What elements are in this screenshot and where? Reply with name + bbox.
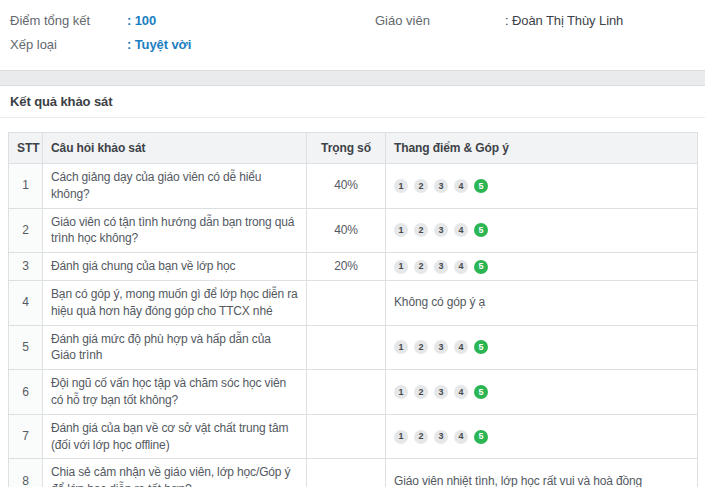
rating-pill-3: 3 bbox=[434, 340, 448, 354]
row-stt: 6 bbox=[9, 370, 43, 415]
table-row: 6Đội ngũ cố vấn học tập và chăm sóc học … bbox=[9, 370, 698, 415]
row-stt: 7 bbox=[9, 414, 43, 459]
row-weight: 40% bbox=[307, 208, 386, 253]
row-question: Đánh giá của bạn về cơ sở vật chất trung… bbox=[43, 414, 307, 459]
row-question: Bạn có góp ý, mong muốn gì để lớp học di… bbox=[43, 280, 307, 325]
row-answer: 12345 bbox=[386, 164, 698, 209]
divider-band bbox=[0, 70, 705, 86]
rating-pill-5-selected: 5 bbox=[474, 179, 488, 193]
row-question: Chia sẻ cảm nhận về giáo viên, lớp học/G… bbox=[43, 459, 307, 487]
rating-pill-4: 4 bbox=[454, 340, 468, 354]
survey-table: STT Câu hỏi khảo sát Trọng số Thang điểm… bbox=[8, 132, 698, 487]
rating-pill-4: 4 bbox=[454, 260, 468, 274]
total-score-field: Điểm tổng kết : 100 bbox=[10, 8, 352, 32]
rating-pill-1: 1 bbox=[394, 385, 408, 399]
row-weight bbox=[307, 370, 386, 415]
row-weight bbox=[307, 325, 386, 370]
table-row: 4Bạn có góp ý, mong muốn gì để lớp học d… bbox=[9, 280, 698, 325]
survey-result-page: Điểm tổng kết : 100 Xếp loại : Tuyệt vời… bbox=[0, 0, 705, 487]
rating-pill-3: 3 bbox=[434, 430, 448, 444]
rating-pill-1: 1 bbox=[394, 260, 408, 274]
table-row: 7Đánh giá của bạn về cơ sở vật chất trun… bbox=[9, 414, 698, 459]
col-header-stt: STT bbox=[9, 133, 43, 164]
survey-table-wrap: STT Câu hỏi khảo sát Trọng số Thang điểm… bbox=[0, 118, 705, 487]
row-answer: 12345 bbox=[386, 253, 698, 281]
table-row: 5Đánh giá mức độ phù hợp và hấp dẫn của … bbox=[9, 325, 698, 370]
col-header-answer: Thang điểm & Góp ý bbox=[386, 133, 698, 164]
row-stt: 8 bbox=[9, 459, 43, 487]
table-row: 8Chia sẻ cảm nhận về giáo viên, lớp học/… bbox=[9, 459, 698, 487]
rating-pill-5-selected: 5 bbox=[474, 385, 488, 399]
section-header: Kết quả khảo sát bbox=[0, 86, 705, 118]
table-row: 2Giáo viên có tận tình hướng dẫn bạn tro… bbox=[9, 208, 698, 253]
rating-scale: 12345 bbox=[394, 223, 689, 237]
rating-pill-2: 2 bbox=[414, 385, 428, 399]
rating-pill-3: 3 bbox=[434, 179, 448, 193]
row-weight bbox=[307, 459, 386, 487]
rank-label: Xếp loại bbox=[10, 37, 127, 52]
summary-right-column: Giáo viên : Đoàn Thị Thùy Linh bbox=[352, 8, 705, 70]
rating-pill-5-selected: 5 bbox=[474, 430, 488, 444]
row-stt: 2 bbox=[9, 208, 43, 253]
row-stt: 4 bbox=[9, 280, 43, 325]
row-weight bbox=[307, 414, 386, 459]
rating-pill-3: 3 bbox=[434, 223, 448, 237]
rating-pill-5-selected: 5 bbox=[474, 223, 488, 237]
rating-scale: 12345 bbox=[394, 260, 689, 274]
row-answer: 12345 bbox=[386, 414, 698, 459]
rating-pill-1: 1 bbox=[394, 340, 408, 354]
row-answer: Không có góp ý ạ bbox=[386, 280, 698, 325]
rating-pill-2: 2 bbox=[414, 179, 428, 193]
total-score-label: Điểm tổng kết bbox=[10, 13, 127, 28]
teacher-label: Giáo viên bbox=[375, 13, 505, 28]
rating-pill-4: 4 bbox=[454, 179, 468, 193]
summary-left-column: Điểm tổng kết : 100 Xếp loại : Tuyệt vời bbox=[0, 8, 352, 70]
total-score-value: : 100 bbox=[127, 13, 156, 28]
row-question: Đánh giá chung của bạn về lớp học bbox=[43, 253, 307, 281]
row-answer: Giáo viên nhiệt tình, lớp học rất vui và… bbox=[386, 459, 698, 487]
rating-pill-1: 1 bbox=[394, 430, 408, 444]
teacher-field: Giáo viên : Đoàn Thị Thùy Linh bbox=[375, 8, 705, 32]
row-stt: 1 bbox=[9, 164, 43, 209]
row-answer: 12345 bbox=[386, 325, 698, 370]
table-row: 3Đánh giá chung của bạn về lớp học20%123… bbox=[9, 253, 698, 281]
row-question: Đội ngũ cố vấn học tập và chăm sóc học v… bbox=[43, 370, 307, 415]
rating-pill-5-selected: 5 bbox=[474, 340, 488, 354]
rating-scale: 12345 bbox=[394, 430, 689, 444]
row-weight: 40% bbox=[307, 164, 386, 209]
row-question: Giáo viên có tận tình hướng dẫn bạn tron… bbox=[43, 208, 307, 253]
table-header-row: STT Câu hỏi khảo sát Trọng số Thang điểm… bbox=[9, 133, 698, 164]
row-weight: 20% bbox=[307, 253, 386, 281]
rating-pill-4: 4 bbox=[454, 223, 468, 237]
rating-pill-3: 3 bbox=[434, 385, 448, 399]
row-question: Đánh giá mức độ phù hợp và hấp dẫn của G… bbox=[43, 325, 307, 370]
rank-field: Xếp loại : Tuyệt vời bbox=[10, 32, 352, 56]
col-header-question: Câu hỏi khảo sát bbox=[43, 133, 307, 164]
section-title: Kết quả khảo sát bbox=[10, 94, 112, 109]
rating-scale: 12345 bbox=[394, 385, 689, 399]
rank-value: : Tuyệt vời bbox=[127, 37, 191, 52]
survey-table-body: 1Cách giảng dạy của giáo viên có dễ hiểu… bbox=[9, 164, 698, 487]
table-row: 1Cách giảng dạy của giáo viên có dễ hiểu… bbox=[9, 164, 698, 209]
rating-pill-4: 4 bbox=[454, 430, 468, 444]
rating-pill-2: 2 bbox=[414, 430, 428, 444]
teacher-value: : Đoàn Thị Thùy Linh bbox=[505, 13, 623, 28]
rating-scale: 12345 bbox=[394, 340, 689, 354]
row-stt: 5 bbox=[9, 325, 43, 370]
rating-pill-4: 4 bbox=[454, 385, 468, 399]
rating-pill-2: 2 bbox=[414, 260, 428, 274]
col-header-weight: Trọng số bbox=[307, 133, 386, 164]
rating-pill-5-selected: 5 bbox=[474, 260, 488, 274]
rating-pill-2: 2 bbox=[414, 340, 428, 354]
rating-pill-3: 3 bbox=[434, 260, 448, 274]
rating-pill-2: 2 bbox=[414, 223, 428, 237]
summary-section: Điểm tổng kết : 100 Xếp loại : Tuyệt vời… bbox=[0, 0, 705, 70]
rating-pill-1: 1 bbox=[394, 179, 408, 193]
row-question: Cách giảng dạy của giáo viên có dễ hiểu … bbox=[43, 164, 307, 209]
rating-scale: 12345 bbox=[394, 179, 689, 193]
row-weight bbox=[307, 280, 386, 325]
rating-pill-1: 1 bbox=[394, 223, 408, 237]
row-answer: 12345 bbox=[386, 208, 698, 253]
row-answer: 12345 bbox=[386, 370, 698, 415]
row-stt: 3 bbox=[9, 253, 43, 281]
